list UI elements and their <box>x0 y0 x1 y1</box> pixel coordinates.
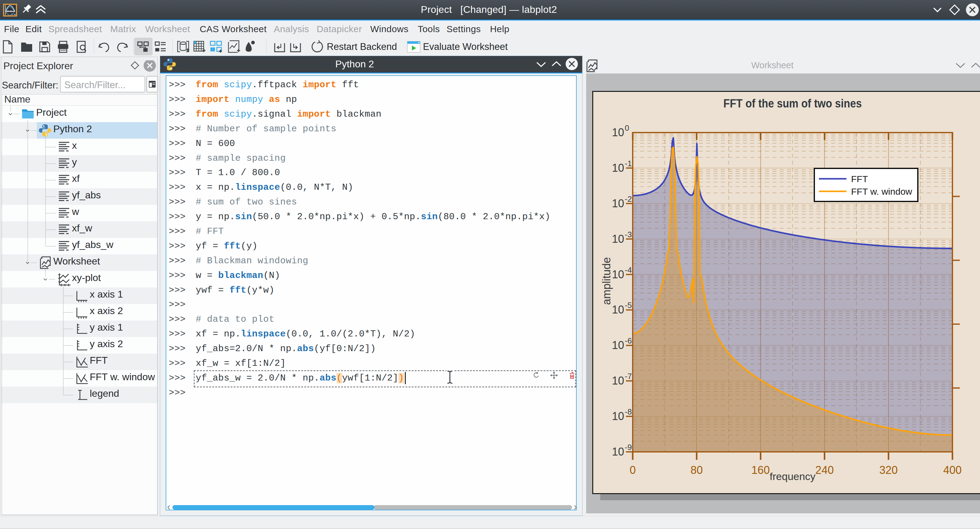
svg-text:160: 160 <box>751 464 770 477</box>
svg-text:10: 10 <box>612 374 624 387</box>
svg-text:0: 0 <box>630 464 636 477</box>
svg-text:240: 240 <box>815 464 834 477</box>
svg-text:-4: -4 <box>625 265 632 275</box>
svg-text:10: 10 <box>612 445 624 458</box>
svg-text:10: 10 <box>612 339 624 351</box>
svg-text:400: 400 <box>943 464 962 477</box>
svg-text:FFT of the sum of two sines: FFT of the sum of two sines <box>723 97 862 110</box>
svg-text:10: 10 <box>612 233 624 245</box>
svg-text:-3: -3 <box>625 230 632 239</box>
svg-text:10: 10 <box>612 410 624 423</box>
svg-text:-8: -8 <box>625 407 632 416</box>
svg-text:-2: -2 <box>625 194 632 203</box>
svg-text:10: 10 <box>612 197 624 210</box>
svg-text:10: 10 <box>612 303 624 316</box>
svg-text:0: 0 <box>625 123 629 133</box>
svg-text:frequency: frequency <box>770 470 815 482</box>
svg-text:10: 10 <box>612 268 624 281</box>
svg-text:320: 320 <box>879 464 897 477</box>
svg-text:FFT w. window: FFT w. window <box>851 186 912 197</box>
svg-text:80: 80 <box>690 464 703 477</box>
svg-text:-9: -9 <box>625 443 632 452</box>
svg-text:-7: -7 <box>625 372 632 381</box>
svg-text:FFT: FFT <box>851 174 868 184</box>
svg-text:amplitude: amplitude <box>600 257 613 305</box>
svg-text:-6: -6 <box>625 336 632 345</box>
svg-text:10: 10 <box>612 126 624 139</box>
svg-text:10: 10 <box>612 162 624 174</box>
svg-text:-5: -5 <box>625 300 632 310</box>
svg-text:-1: -1 <box>625 159 632 168</box>
